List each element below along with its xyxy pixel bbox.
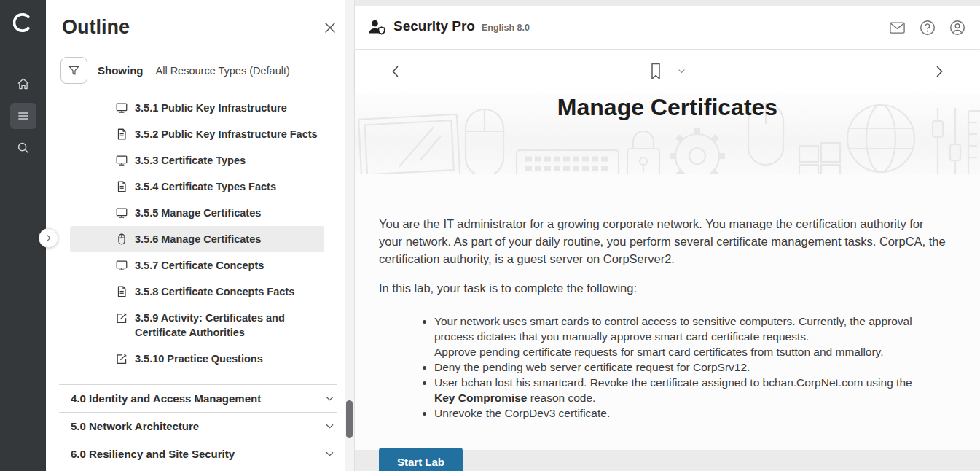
video-monitor-icon [115, 153, 128, 167]
main-area: Security Pro English 8.0 [354, 0, 980, 471]
panel-expand-button[interactable] [39, 228, 58, 248]
section-resiliency-site-security[interactable]: 6.0 Resiliency and Site Security [59, 440, 337, 467]
filter-button[interactable] [60, 57, 87, 84]
activity-edit-icon [115, 311, 128, 324]
outline-item[interactable]: 3.5.4 Certificate Types Facts [70, 174, 324, 200]
profile-icon[interactable] [949, 20, 965, 36]
product-edition: English 8.0 [482, 23, 530, 33]
task-list: Your network uses smart cards to control… [379, 314, 933, 421]
close-icon[interactable] [321, 18, 340, 37]
outline-item-label: 3.5.8 Certificate Concepts Facts [135, 284, 294, 299]
outline-item-label: 3.5.1 Public Key Infrastructure [135, 101, 287, 115]
outline-item[interactable]: 3.5.10 Practice Questions [70, 346, 324, 372]
search-icon[interactable] [10, 135, 36, 161]
app-window: Outline Showing All Resource Types (Defa… [0, 0, 980, 471]
lesson-navbar [355, 50, 980, 93]
help-icon[interactable] [920, 20, 936, 36]
mail-icon[interactable] [889, 20, 906, 35]
task-item: Your network uses smart cards to control… [434, 314, 933, 359]
task-intro: In this lab, your task is to complete th… [379, 279, 948, 297]
activity-edit-icon [115, 351, 128, 365]
outline-item-label: 3.5.6 Manage Certificates [135, 232, 261, 246]
outline-item[interactable]: 3.5.5 Manage Certificates [70, 200, 324, 226]
task-item: User bchan lost his smartcard. Revoke th… [434, 375, 933, 405]
task-item: Unrevoke the CorpDev3 certificate. [434, 405, 933, 421]
section-identity-access[interactable]: 4.0 Identity and Access Management [59, 384, 337, 412]
outline-item-label: 3.5.10 Practice Questions [135, 351, 263, 366]
outline-item-selected[interactable]: 3.5.6 Manage Certificates [70, 226, 324, 252]
title-banner: Manage Certificates [355, 93, 980, 174]
outline-sections: 4.0 Identity and Access Management 5.0 N… [46, 384, 354, 467]
chevron-down-icon [324, 421, 335, 432]
bookmark-menu-chevron-icon[interactable] [677, 66, 686, 76]
home-icon[interactable] [10, 71, 36, 97]
section-network-architecture[interactable]: 5.0 Network Architecture [59, 412, 337, 440]
outline-scrollbar-thumb[interactable] [346, 400, 353, 438]
start-lab-button[interactable]: Start Lab [379, 448, 463, 471]
outline-item-label: 3.5.5 Manage Certificates [135, 206, 261, 220]
video-monitor-icon [115, 258, 128, 272]
previous-lesson-icon[interactable] [388, 63, 403, 79]
outline-item-label: 3.5.3 Certificate Types [135, 153, 246, 168]
document-icon [115, 127, 128, 141]
chevron-down-icon [324, 448, 335, 459]
outline-menu-icon[interactable] [10, 103, 36, 129]
outline-item[interactable]: 3.5.8 Certificate Concepts Facts [70, 279, 324, 305]
security-pro-icon [367, 18, 387, 36]
outline-item[interactable]: 3.5.9 Activity: Certificates and Certifi… [70, 305, 324, 346]
section-label: 5.0 Network Architecture [71, 420, 199, 432]
page-title: Manage Certificates [355, 93, 980, 121]
brand-logo-icon[interactable] [13, 12, 34, 33]
outline-title: Outline [62, 16, 130, 39]
filter-value: All Resource Types (Default) [156, 65, 290, 77]
video-monitor-icon [115, 101, 128, 114]
outline-scrollbar-track [345, 0, 354, 471]
next-lesson-icon[interactable] [932, 63, 946, 79]
document-icon [115, 179, 128, 193]
outline-item[interactable]: 3.5.3 Certificate Types [70, 147, 324, 174]
outline-item[interactable]: 3.5.7 Certificate Concepts [70, 252, 324, 279]
section-label: 6.0 Resiliency and Site Security [71, 448, 235, 460]
outline-item-list: 3.5.1 Public Key Infrastructure 3.5.2 Pu… [46, 95, 354, 372]
video-monitor-icon [115, 206, 128, 219]
product-group: Security Pro English 8.0 [367, 18, 530, 36]
chevron-down-icon [324, 393, 335, 404]
section-label: 4.0 Identity and Access Management [71, 392, 261, 405]
outline-item-label: 3.5.4 Certificate Types Facts [135, 179, 276, 194]
document-icon [115, 284, 128, 298]
showing-label: Showing [98, 64, 144, 77]
outline-item-label: 3.5.7 Certificate Concepts [135, 258, 264, 273]
outline-item-label: 3.5.2 Public Key Infrastructure Facts [135, 127, 318, 141]
header-actions [889, 20, 965, 36]
outline-panel: Outline Showing All Resource Types (Defa… [46, 0, 354, 471]
lab-mouse-icon [115, 232, 128, 246]
lab-description: You are the IT administrator for a growi… [355, 174, 980, 450]
outline-item-label: 3.5.9 Activity: Certificates and Certifi… [135, 311, 318, 340]
outline-item[interactable]: 3.5.1 Public Key Infrastructure [70, 95, 324, 121]
bookmark-icon[interactable] [648, 62, 663, 81]
task-item: Deny the pending web server certificate … [434, 359, 933, 375]
resource-filter: Showing All Resource Types (Default) [60, 57, 354, 84]
outline-item[interactable]: 3.5.2 Public Key Infrastructure Facts [70, 121, 324, 147]
product-name: Security Pro [393, 18, 475, 34]
app-header: Security Pro English 8.0 [355, 6, 980, 50]
intro-paragraph: You are the IT administrator for a growi… [379, 215, 948, 268]
